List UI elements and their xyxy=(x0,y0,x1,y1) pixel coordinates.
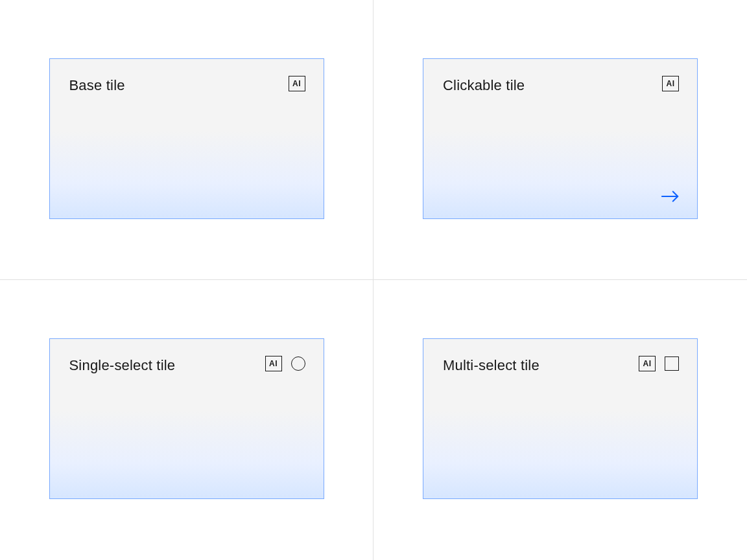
multi-select-tile[interactable]: Multi-select tile AI xyxy=(423,338,698,499)
base-tile-title: Base tile xyxy=(69,77,125,93)
ai-label-icon: AI xyxy=(639,356,656,371)
ai-label-icon: AI xyxy=(265,356,282,371)
ai-label-icon: AI xyxy=(662,76,679,91)
clickable-tile-title: Clickable tile xyxy=(443,77,525,93)
ai-label-icon: AI xyxy=(289,76,305,91)
single-select-tile[interactable]: Single-select tile AI xyxy=(49,338,324,499)
single-select-tile-title: Single-select tile xyxy=(69,357,176,373)
radio-icon[interactable] xyxy=(291,356,305,371)
multi-select-tile-title: Multi-select tile xyxy=(443,357,540,373)
arrow-right-icon xyxy=(661,189,680,204)
base-tile: Base tile AI xyxy=(49,58,324,219)
clickable-tile[interactable]: Clickable tile AI xyxy=(423,58,698,219)
checkbox-icon[interactable] xyxy=(665,356,679,371)
